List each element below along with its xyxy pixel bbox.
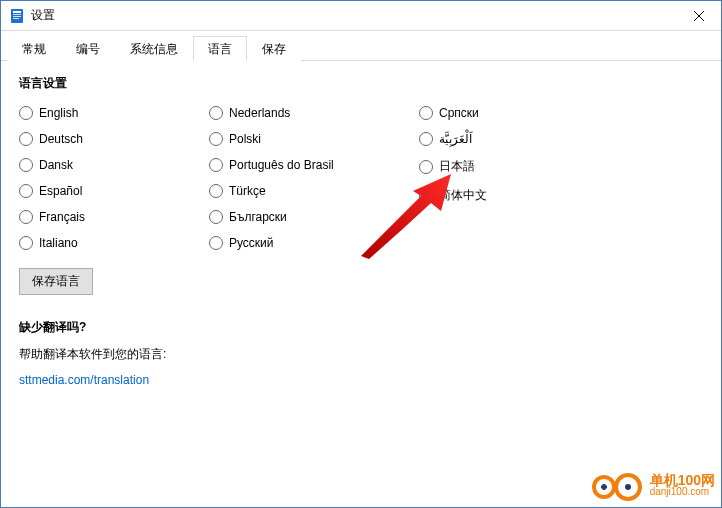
tab-content: 语言设置 English Deutsch Dansk Español Franç… [1,61,721,507]
language-column-3: Српски اَلْعَرَبِيَّة 日本語 简体中文 [419,106,609,250]
radio-italiano[interactable]: Italiano [19,236,209,250]
tab-general[interactable]: 常规 [7,36,61,61]
radio-icon [209,158,223,172]
radio-icon [19,158,33,172]
settings-window: 设置 常规 编号 系统信息 语言 保存 语言设置 English Deutsch… [0,0,722,508]
save-language-button[interactable]: 保存语言 [19,268,93,295]
radio-label: English [39,106,78,120]
radio-japanese[interactable]: 日本語 [419,158,609,175]
radio-icon [209,236,223,250]
radio-label: Polski [229,132,261,146]
tab-label: 语言 [208,42,232,56]
language-column-2: Nederlands Polski Português do Brasil Tü… [209,106,419,250]
radio-turkce[interactable]: Türkçe [209,184,419,198]
missing-translation-title: 缺少翻译吗? [19,319,703,336]
radio-label: Türkçe [229,184,266,198]
tab-bar: 常规 编号 系统信息 语言 保存 [1,35,721,61]
radio-label: Português do Brasil [229,158,334,172]
window-title: 设置 [31,7,55,24]
missing-translation-help: 帮助翻译本软件到您的语言: [19,346,703,363]
radio-label: Deutsch [39,132,83,146]
tab-save[interactable]: 保存 [247,36,301,61]
radio-portugues[interactable]: Português do Brasil [209,158,419,172]
radio-label: Français [39,210,85,224]
svg-rect-2 [13,14,21,15]
radio-icon [419,189,433,203]
radio-chinese-simplified[interactable]: 简体中文 [419,187,609,204]
radio-label: Italiano [39,236,78,250]
radio-icon [19,210,33,224]
radio-russian[interactable]: Русский [209,236,419,250]
tab-label: 系统信息 [130,42,178,56]
svg-rect-1 [13,11,21,13]
radio-arabic[interactable]: اَلْعَرَبِيَّة [419,132,609,146]
section-title: 语言设置 [19,75,703,92]
language-column-1: English Deutsch Dansk Español Français I… [19,106,209,250]
radio-polski[interactable]: Polski [209,132,419,146]
radio-icon [419,106,433,120]
radio-icon [19,106,33,120]
svg-rect-4 [13,18,19,19]
radio-deutsch[interactable]: Deutsch [19,132,209,146]
app-icon [9,8,25,24]
radio-label: Dansk [39,158,73,172]
radio-label: اَلْعَرَبِيَّة [439,132,472,146]
tab-label: 常规 [22,42,46,56]
radio-bulgarian[interactable]: Български [209,210,419,224]
close-icon [694,11,704,21]
radio-nederlands[interactable]: Nederlands [209,106,419,120]
radio-label: 日本語 [439,158,475,175]
radio-icon [209,210,223,224]
svg-rect-3 [13,16,21,17]
radio-label: Српски [439,106,479,120]
tab-label: 编号 [76,42,100,56]
radio-icon [419,132,433,146]
radio-dansk[interactable]: Dansk [19,158,209,172]
radio-icon [209,184,223,198]
radio-label: Nederlands [229,106,290,120]
tab-numbering[interactable]: 编号 [61,36,115,61]
radio-icon [19,236,33,250]
radio-espanol[interactable]: Español [19,184,209,198]
radio-english[interactable]: English [19,106,209,120]
radio-icon [19,184,33,198]
language-grid: English Deutsch Dansk Español Français I… [19,106,703,250]
radio-icon [19,132,33,146]
radio-label: Русский [229,236,274,250]
radio-label: 简体中文 [439,187,487,204]
radio-serbian[interactable]: Српски [419,106,609,120]
translation-link[interactable]: sttmedia.com/translation [19,373,149,387]
radio-francais[interactable]: Français [19,210,209,224]
tab-label: 保存 [262,42,286,56]
radio-icon [209,106,223,120]
titlebar: 设置 [1,1,721,31]
radio-icon [419,160,433,174]
radio-icon [209,132,223,146]
close-button[interactable] [676,1,721,31]
tab-sysinfo[interactable]: 系统信息 [115,36,193,61]
radio-label: Български [229,210,287,224]
radio-label: Español [39,184,82,198]
button-label: 保存语言 [32,274,80,288]
tab-language[interactable]: 语言 [193,36,247,61]
